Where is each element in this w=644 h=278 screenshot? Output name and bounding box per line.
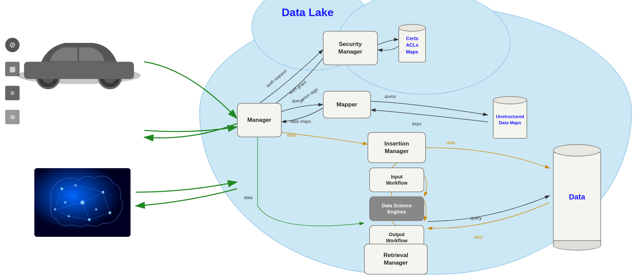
mapper-node: Mapper: [323, 91, 371, 118]
car-image: [14, 27, 144, 96]
waves-icon: ≋: [5, 110, 20, 124]
svg-point-18: [60, 187, 63, 190]
data-label: Data: [569, 193, 585, 201]
svg-point-20: [102, 191, 104, 194]
svg-rect-5: [24, 62, 134, 79]
security-manager-label: SecurityManager: [338, 40, 362, 56]
input-workflow-node: InputWorkflow: [369, 167, 424, 192]
svg-point-24: [68, 215, 70, 217]
data-lake-label: Data Lake: [282, 6, 334, 19]
data-cylinder: Data: [553, 144, 601, 251]
svg-point-26: [95, 208, 97, 210]
mapper-label: Mapper: [337, 101, 357, 108]
unstructured-data-maps-cylinder: UnstructuredData Maps: [493, 96, 527, 139]
brain-image: [34, 168, 131, 237]
svg-point-19: [80, 200, 84, 205]
security-manager-node: SecurityManager: [323, 31, 378, 65]
retrieval-manager-label: RetrievalManager: [384, 252, 408, 267]
input-workflow-label: InputWorkflow: [386, 174, 408, 186]
svg-point-21: [88, 218, 91, 221]
svg-point-23: [109, 211, 111, 214]
manager-label: Manager: [247, 116, 271, 124]
retrieval-manager-node: RetrievalManager: [364, 244, 428, 275]
output-workflow-label: OutputWorkflow: [386, 231, 408, 244]
diagram-container: Data Lake ⊘ ▦ ≡ ≋: [0, 0, 644, 278]
manager-node: Manager: [237, 103, 282, 137]
certs-label: CertsACLsMaps: [406, 35, 419, 56]
svg-point-22: [54, 208, 56, 210]
insertion-manager-label: InsertionManager: [384, 140, 409, 155]
certs-cylinder: CertsACLsMaps: [398, 24, 426, 62]
ds-engines-label: Data ScienceEngines: [382, 202, 411, 215]
svg-point-27: [64, 201, 66, 204]
data-science-engines-node: Data ScienceEngines: [369, 196, 424, 221]
svg-point-25: [75, 184, 77, 186]
insertion-manager-node: InsertionManager: [368, 132, 426, 163]
unstructured-label: UnstructuredData Maps: [496, 114, 524, 126]
